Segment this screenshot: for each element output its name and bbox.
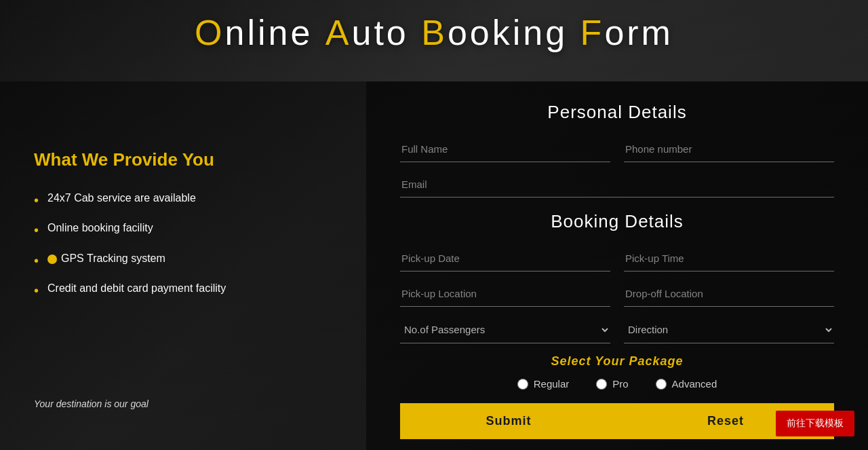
gps-dot [47, 255, 57, 264]
personal-details-row1 [400, 136, 834, 162]
pickup-time-input[interactable] [624, 246, 834, 271]
email-input[interactable] [400, 172, 834, 198]
page-title: Online Auto Booking Form [0, 12, 868, 53]
direction-group: Direction One Way Round Trip [624, 316, 834, 343]
submit-button[interactable]: Submit [400, 403, 617, 439]
download-button[interactable]: 前往下载模板 [776, 411, 854, 436]
booking-divider: Booking Details [400, 211, 834, 232]
page-container: Online Auto Booking Form What We Provide… [0, 0, 868, 450]
personal-details-title: Personal Details [400, 102, 834, 123]
pickup-time-group [624, 246, 834, 271]
list-item: Credit and debit card payment facility [34, 281, 332, 296]
package-option-regular[interactable]: Regular [517, 378, 570, 390]
page-title-container: Online Auto Booking Form [0, 12, 868, 53]
left-panel: What We Provide You 24x7 Cab service are… [0, 81, 366, 450]
package-options: Regular Pro Advanced [400, 378, 834, 390]
email-group [400, 172, 834, 198]
pickup-date-group [400, 246, 610, 271]
package-radio-regular[interactable] [517, 379, 528, 390]
left-heading: What We Provide You [34, 149, 332, 170]
title-b: B [421, 13, 448, 52]
pickup-date-input[interactable] [400, 246, 610, 271]
list-item: GPS Tracking system [34, 251, 332, 266]
phone-input[interactable] [624, 136, 834, 162]
package-label-regular: Regular [534, 378, 570, 390]
booking-row2 [400, 281, 834, 307]
tagline: Your destination is our goal [34, 398, 149, 409]
booking-row3: No.of Passengers 1 2 3 4 5 6+ Direction … [400, 316, 834, 343]
pickup-location-group [400, 281, 610, 307]
dropoff-location-input[interactable] [624, 281, 834, 307]
phone-group [624, 136, 834, 162]
booking-row1 [400, 246, 834, 271]
package-option-pro[interactable]: Pro [596, 378, 628, 390]
full-name-input[interactable] [400, 136, 610, 162]
right-panel: Personal Details Booking Details [366, 81, 868, 450]
full-name-group [400, 136, 610, 162]
dropoff-location-group [624, 281, 834, 307]
btn-row: Submit Reset [400, 403, 834, 439]
booking-details-title: Booking Details [400, 211, 834, 232]
package-section: Select Your Package Regular Pro Advanced [400, 354, 834, 390]
passengers-group: No.of Passengers 1 2 3 4 5 6+ [400, 316, 610, 343]
direction-select[interactable]: Direction One Way Round Trip [624, 316, 834, 343]
pickup-location-input[interactable] [400, 281, 610, 307]
feature-list: 24x7 Cab service are available Online bo… [34, 191, 332, 297]
passengers-select[interactable]: No.of Passengers 1 2 3 4 5 6+ [400, 316, 610, 343]
personal-details-row2 [400, 172, 834, 198]
package-option-advanced[interactable]: Advanced [656, 378, 717, 390]
package-radio-pro[interactable] [596, 379, 607, 390]
package-radio-advanced[interactable] [656, 379, 667, 390]
title-o: O [195, 13, 224, 52]
package-title: Select Your Package [400, 354, 834, 369]
package-label-advanced: Advanced [672, 378, 717, 390]
list-item: 24x7 Cab service are available [34, 191, 332, 206]
list-item: Online booking facility [34, 221, 332, 236]
title-f: F [580, 13, 605, 52]
title-a: A [326, 13, 352, 52]
package-label-pro: Pro [612, 378, 628, 390]
